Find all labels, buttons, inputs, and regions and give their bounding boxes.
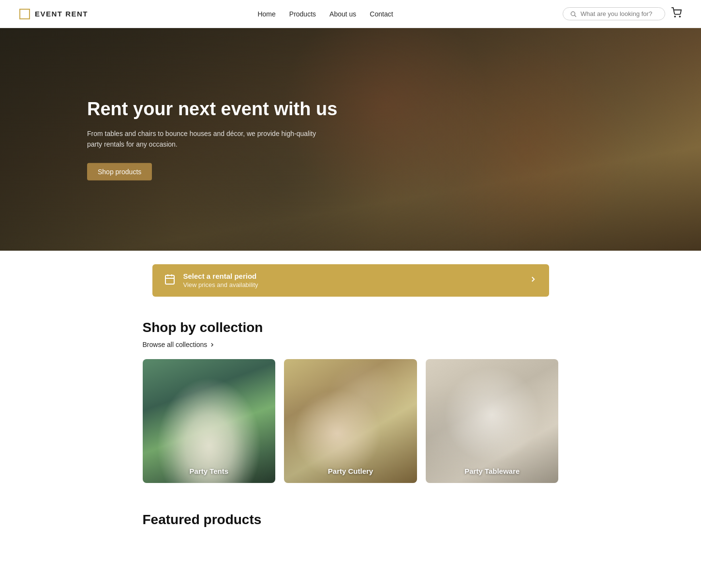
svg-point-3 bbox=[679, 16, 680, 17]
rental-period-banner[interactable]: Select a rental period View prices and a… bbox=[152, 264, 549, 297]
tableware-label: Party Tableware bbox=[464, 467, 520, 475]
collections-grid: Party Tents Party Cutlery Party Tablewar… bbox=[143, 359, 559, 483]
nav-about[interactable]: About us bbox=[329, 10, 356, 18]
tents-label: Party Tents bbox=[190, 467, 229, 475]
navbar: EVENT RENT Home Products About us Contac… bbox=[0, 0, 701, 28]
svg-rect-4 bbox=[165, 275, 174, 284]
collection-card-cutlery[interactable]: Party Cutlery bbox=[284, 359, 417, 483]
hero-subtitle: From tables and chairs to bounce houses … bbox=[87, 128, 329, 150]
collections-section: Shop by collection Browse all collection… bbox=[143, 310, 559, 502]
cutlery-bg bbox=[284, 359, 417, 483]
search-input[interactable] bbox=[581, 10, 658, 17]
tableware-bg bbox=[426, 359, 559, 483]
nav-contact[interactable]: Contact bbox=[370, 10, 393, 18]
browse-chevron-icon bbox=[209, 342, 215, 348]
tents-bg bbox=[143, 359, 276, 483]
svg-line-1 bbox=[575, 15, 576, 16]
logo-icon bbox=[19, 9, 30, 19]
rental-banner-subtext: View prices and availability bbox=[183, 281, 258, 288]
collection-card-tents[interactable]: Party Tents bbox=[143, 359, 276, 483]
search-bar bbox=[563, 7, 665, 20]
cart-icon[interactable] bbox=[671, 7, 682, 20]
search-icon bbox=[570, 11, 577, 17]
svg-point-0 bbox=[571, 12, 575, 15]
browse-label: Browse all collections bbox=[143, 341, 208, 348]
shop-products-button[interactable]: Shop products bbox=[87, 163, 152, 181]
svg-point-2 bbox=[674, 16, 675, 17]
nav-right bbox=[563, 7, 682, 20]
rental-banner-text: Select a rental period View prices and a… bbox=[183, 272, 258, 289]
logo-link[interactable]: EVENT RENT bbox=[19, 9, 88, 19]
browse-all-collections-link[interactable]: Browse all collections bbox=[143, 341, 216, 348]
calendar-icon bbox=[164, 273, 176, 287]
hero-content: Rent your next event with us From tables… bbox=[87, 98, 337, 181]
collections-title: Shop by collection bbox=[143, 320, 559, 335]
nav-links: Home Products About us Contact bbox=[257, 10, 393, 18]
rental-banner-left: Select a rental period View prices and a… bbox=[164, 272, 258, 289]
rental-banner-heading: Select a rental period bbox=[183, 272, 258, 280]
hero-title: Rent your next event with us bbox=[87, 98, 337, 121]
featured-title: Featured products bbox=[143, 512, 559, 528]
brand-name: EVENT RENT bbox=[35, 10, 88, 18]
featured-section: Featured products bbox=[143, 502, 559, 568]
nav-products[interactable]: Products bbox=[289, 10, 316, 18]
cutlery-label: Party Cutlery bbox=[328, 467, 373, 475]
chevron-right-icon bbox=[529, 275, 537, 286]
hero-section: Rent your next event with us From tables… bbox=[0, 28, 701, 251]
nav-home[interactable]: Home bbox=[257, 10, 275, 18]
collection-card-tableware[interactable]: Party Tableware bbox=[426, 359, 559, 483]
